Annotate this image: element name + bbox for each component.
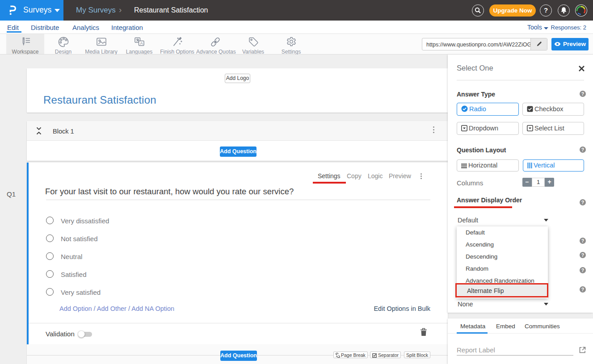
svg-text:A: A [140, 41, 143, 46]
